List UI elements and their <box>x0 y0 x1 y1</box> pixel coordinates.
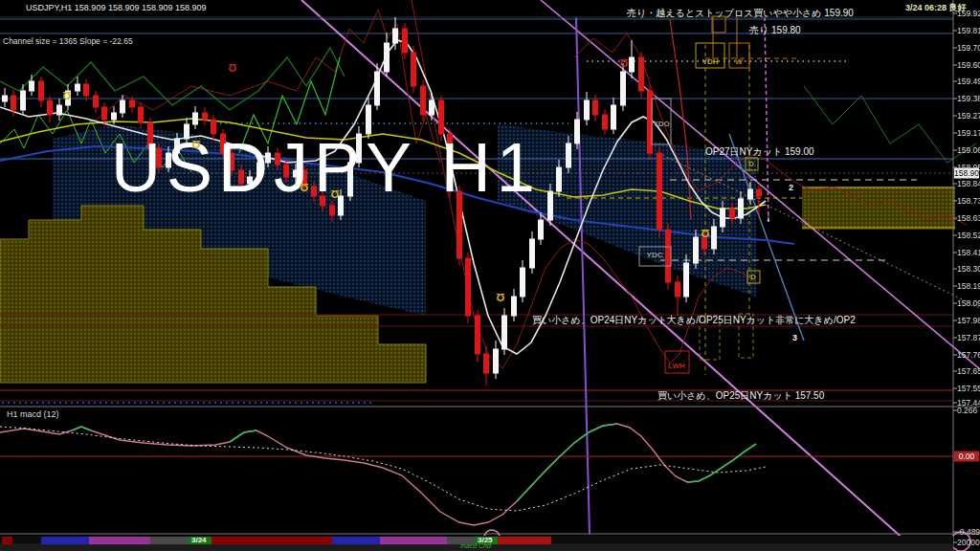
candle <box>603 115 608 129</box>
candle <box>430 100 434 115</box>
candle <box>284 165 289 177</box>
candle <box>11 96 16 110</box>
candle <box>157 148 162 167</box>
candle <box>502 316 507 349</box>
candle <box>203 113 208 120</box>
candle <box>702 237 707 249</box>
candle <box>494 349 499 373</box>
candle <box>567 143 571 167</box>
candle <box>612 105 616 129</box>
candle <box>130 100 135 107</box>
candle <box>585 100 590 120</box>
candle <box>302 170 307 187</box>
candle <box>712 227 717 249</box>
candle <box>357 134 362 163</box>
price-chart-canvas[interactable] <box>0 0 980 551</box>
candle <box>530 239 535 268</box>
candle <box>739 199 744 218</box>
candle <box>548 191 553 220</box>
candle <box>676 282 680 297</box>
candle <box>276 153 280 165</box>
candle <box>39 81 44 100</box>
candle <box>339 196 344 215</box>
candle <box>57 105 62 115</box>
candle <box>466 258 471 316</box>
candle <box>239 170 244 184</box>
candle <box>348 163 353 196</box>
candle <box>757 189 762 196</box>
candle <box>484 354 489 373</box>
candle <box>385 43 390 72</box>
axis-ticks-layer <box>953 13 957 542</box>
candle <box>666 230 671 282</box>
candle <box>412 53 416 86</box>
candle <box>121 100 125 113</box>
candle <box>421 86 426 115</box>
candle <box>167 153 171 167</box>
candle <box>593 100 598 115</box>
candle <box>84 84 89 96</box>
candle <box>557 167 562 191</box>
candle <box>212 120 216 134</box>
candle <box>21 91 26 110</box>
candle <box>521 268 525 297</box>
candle <box>76 84 80 91</box>
candle <box>193 113 198 124</box>
mt4-chart-window: { "window": { "quote_line": "USDJPY,H1 1… <box>0 0 980 551</box>
candle <box>748 189 753 199</box>
candle <box>657 153 662 230</box>
candle <box>730 209 735 218</box>
candle <box>66 91 71 105</box>
macd-indicator-layer <box>0 424 766 525</box>
candle <box>48 100 53 115</box>
candle <box>321 196 325 206</box>
session-strip-layer <box>0 536 953 551</box>
candle <box>175 139 180 153</box>
candle <box>367 105 371 134</box>
candle <box>684 263 689 297</box>
candle <box>112 113 117 120</box>
candle <box>294 170 299 177</box>
candle <box>266 153 271 163</box>
candle <box>457 191 462 258</box>
candle <box>94 96 99 107</box>
candle <box>639 57 644 91</box>
candle <box>375 72 380 105</box>
candle <box>3 96 8 101</box>
candle <box>476 316 480 354</box>
candle <box>403 29 408 53</box>
candle <box>185 124 189 139</box>
candle <box>721 209 725 227</box>
candle <box>230 153 234 170</box>
candle <box>312 187 317 196</box>
candle <box>694 237 699 263</box>
candle <box>539 220 544 239</box>
candle <box>393 29 398 43</box>
candle <box>448 134 453 191</box>
candle <box>248 177 253 184</box>
candle <box>257 163 262 177</box>
candle <box>330 206 335 215</box>
candle <box>512 297 517 316</box>
candle <box>30 81 34 91</box>
candle <box>439 100 444 134</box>
candle <box>621 72 626 105</box>
candle <box>148 122 153 148</box>
candle <box>221 134 226 153</box>
candle <box>630 57 635 72</box>
candle <box>139 107 144 122</box>
candle <box>575 120 580 143</box>
candle <box>102 107 107 120</box>
